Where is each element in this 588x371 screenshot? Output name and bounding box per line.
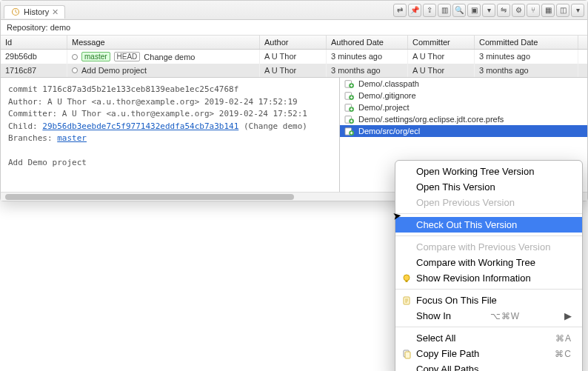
branch-icon[interactable]: ⑂ [527,4,540,17]
cell-message: Add Demo project [67,64,260,77]
col-message[interactable]: Message [67,36,260,49]
pin-icon[interactable]: 📌 [408,4,421,17]
cell-committed: 3 months ago [475,64,578,77]
cell-author: A U Thor [260,64,327,77]
tab-bar: History ✕ ⇄ 📌 ⇪ ▥ 🔍 ▣ ▾ ⇋ ⚙ ⑂ ▦ ◫ ▾ [1,1,587,20]
submenu-arrow-icon: ▶ [559,310,572,321]
col-author[interactable]: Author [260,36,327,49]
layout1-icon[interactable]: ▦ [541,4,555,17]
list-item[interactable]: Demo/.project [340,101,587,113]
branch-badge: master [81,52,110,61]
col-committed-date[interactable]: Committed Date [475,36,578,49]
cell-id: 1716c87 [1,64,67,77]
file-path: Demo/src/org/ecl [358,127,420,136]
ctx-select-all[interactable]: Select All⌘A [395,330,582,346]
table-header: Id Message Author Authored Date Committe… [1,36,587,50]
cell-authored: 3 minutes ago [327,50,408,64]
minimize-icon[interactable]: ▾ [571,4,584,17]
accelerator: ⌥⌘W [490,311,520,321]
ctx-compare-previous: Compare with Previous Version [395,239,582,255]
separator [395,289,582,290]
commit-message: Change demo [144,53,195,61]
list-item[interactable]: Demo/src/org/ecl [340,125,587,137]
file-add-icon [344,79,355,88]
detail-committer: Committer: A U Thor <a.u.thor@example.or… [8,108,332,121]
bulb-icon [401,273,412,284]
close-icon[interactable]: ✕ [52,7,59,17]
history-icon [10,7,21,16]
list-item[interactable]: Demo/.gitignore [340,90,587,101]
ctx-show-revision-info[interactable]: Show Revision Information [395,270,582,286]
file-add-icon [344,91,355,100]
page-icon [401,295,412,306]
mouse-cursor-icon: ➤ [392,209,402,222]
branch-link[interactable]: master [57,133,87,143]
link-icon[interactable]: ⇄ [393,4,407,17]
file-add-icon [344,115,355,124]
head-badge: HEAD [114,52,141,61]
export-icon[interactable]: ⇪ [423,4,436,17]
detail-branches: Branches: master [8,133,332,145]
history-tab[interactable]: History ✕ [4,5,65,19]
accelerator: ⌘C [555,349,572,359]
cell-id: 29b56db [1,50,67,64]
separator [395,213,582,214]
col-authored-date[interactable]: Authored Date [327,36,408,49]
cell-committer: A U Thor [408,50,475,64]
ctx-open-previous-version: Open Previous Version [395,195,582,210]
columns-icon[interactable]: ▥ [438,4,451,17]
layout2-icon[interactable]: ◫ [556,4,569,17]
child-link[interactable]: 29b56db3eebde7c5f9771432eddfa54cb7a3b141 [42,121,238,131]
scrollbar-thumb[interactable] [5,194,294,200]
toolbar: ⇄ 📌 ⇪ ▥ 🔍 ▣ ▾ ⇋ ⚙ ⑂ ▦ ◫ ▾ [393,4,584,17]
svg-rect-12 [406,281,408,282]
repository-label: Repository: demo [1,20,587,36]
tab-title: History [24,7,49,16]
tree-icon[interactable]: ⚙ [512,4,525,17]
table-row[interactable]: 29b56db master HEAD Change demo A U Thor… [1,50,587,64]
list-item[interactable]: Demo/.settings/org.eclipse.jdt.core.pref… [340,113,587,125]
detail-child: Child: 29b56db3eebde7c5f9771432eddfa54cb… [8,121,332,133]
detail-commit: commit 1716c87a3d5b21e133ceb8139eabe1ec2… [8,84,332,96]
ctx-open-this-version[interactable]: Open This Version [395,179,582,195]
separator [395,327,582,327]
dropdown-icon[interactable]: ▾ [482,4,495,17]
ctx-open-working-tree[interactable]: Open Working Tree Version [395,164,582,179]
file-path: Demo/.project [358,103,409,112]
ctx-copy-all-paths[interactable]: Copy All Paths [395,361,582,371]
cell-committed: 3 minutes ago [475,50,578,64]
ctx-show-in[interactable]: Show In ⌥⌘W ▶ [395,308,582,324]
filter-icon[interactable]: ▣ [467,4,481,17]
detail-author: Author: A U Thor <a.u.thor@example.org> … [8,96,332,109]
svg-rect-15 [405,352,410,358]
cell-author: A U Thor [260,50,327,64]
context-menu: Open Working Tree Version Open This Vers… [395,160,583,371]
col-id[interactable]: Id [1,36,67,49]
graph-node-icon [72,54,78,60]
col-committer[interactable]: Committer [408,36,475,49]
commit-message: Add Demo project [81,66,147,75]
search-icon[interactable]: 🔍 [452,4,466,17]
cell-authored: 3 months ago [327,64,408,77]
ctx-check-out-this-version[interactable]: Check Out This Version [395,217,582,233]
accelerator: ⌘A [555,333,572,344]
file-add-icon [344,103,355,112]
detail-body: Add Demo project [8,157,332,170]
commit-table: Id Message Author Authored Date Committe… [1,36,587,77]
ctx-compare-working-tree[interactable]: Compare with Working Tree [395,255,582,270]
file-add-icon [344,127,355,136]
file-path: Demo/.gitignore [358,91,416,100]
table-row[interactable]: 1716c87 Add Demo project A U Thor 3 mont… [1,64,587,77]
commit-detail-pane[interactable]: commit 1716c87a3d5b21e133ceb8139eabe1ec2… [1,78,339,192]
cell-committer: A U Thor [408,64,475,77]
cell-message: master HEAD Change demo [67,50,260,64]
graph-node-icon [72,67,78,73]
svg-point-11 [404,275,410,281]
compare-icon[interactable]: ⇋ [497,4,510,17]
separator [395,235,582,236]
file-path: Demo/.settings/org.eclipse.jdt.core.pref… [358,115,504,124]
ctx-copy-file-path[interactable]: Copy File Path⌘C [395,346,582,361]
list-item[interactable]: Demo/.classpath [340,78,587,90]
file-path: Demo/.classpath [358,79,419,88]
ctx-focus-file[interactable]: Focus On This File [395,293,582,308]
